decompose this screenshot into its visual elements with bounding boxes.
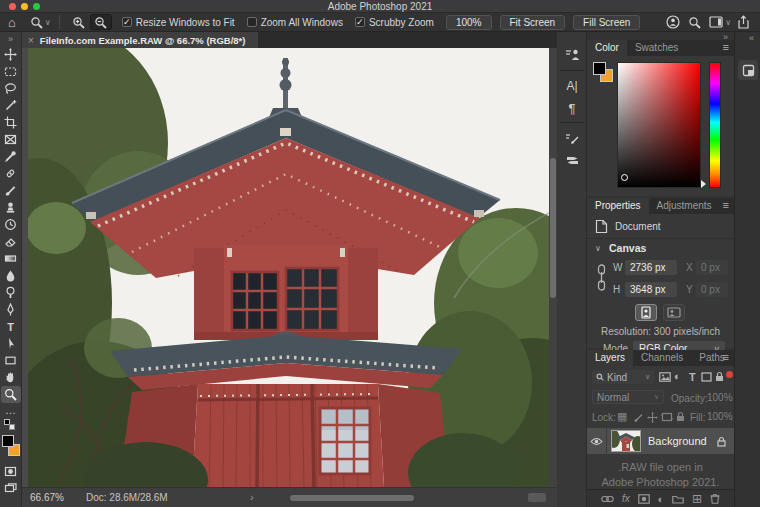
horizontal-scrollbar-thumb[interactable] — [290, 495, 414, 501]
filter-shape-layers-icon[interactable] — [701, 372, 712, 382]
eye-icon[interactable] — [590, 437, 603, 446]
tab-color[interactable]: Color — [587, 40, 627, 56]
y-field[interactable]: 0 px — [696, 282, 728, 297]
panel-menu-icon[interactable]: ≡ — [723, 351, 729, 363]
canvas-section-chevron[interactable]: ∨ — [595, 244, 601, 253]
foreground-background-colors[interactable] — [1, 435, 21, 459]
lock-pixels-icon[interactable] — [633, 412, 644, 423]
zoom-out-button[interactable] — [90, 14, 112, 30]
account-icon[interactable] — [666, 15, 680, 29]
dodge-tool[interactable] — [1, 284, 21, 301]
hand-tool[interactable] — [1, 369, 21, 386]
object-selection-tool[interactable] — [1, 97, 21, 114]
x-field[interactable]: 0 px — [696, 260, 728, 275]
zoom-all-windows-checkbox[interactable] — [247, 17, 257, 27]
height-field[interactable]: 3648 px — [625, 282, 677, 297]
tab-properties[interactable]: Properties — [587, 198, 649, 214]
zoom-tool[interactable] — [1, 386, 21, 403]
blend-mode-dropdown[interactable]: Normal ∨ — [592, 390, 664, 404]
libraries-collapsed-icon[interactable] — [738, 60, 758, 80]
foreground-color-swatch[interactable] — [593, 62, 606, 75]
pen-tool[interactable] — [1, 301, 21, 318]
move-tool[interactable] — [1, 46, 21, 63]
panel-menu-icon[interactable]: ≡ — [723, 199, 729, 211]
add-mask-icon[interactable] — [638, 494, 650, 504]
portrait-orientation-button[interactable] — [635, 304, 657, 321]
clone-stamp-tool[interactable] — [1, 199, 21, 216]
brush-settings-panel-icon[interactable] — [559, 128, 585, 148]
fill-screen-button[interactable]: Fill Screen — [573, 15, 640, 30]
path-selection-tool[interactable] — [1, 335, 21, 352]
hue-slider[interactable] — [709, 62, 721, 188]
canvas[interactable] — [22, 48, 557, 487]
character-panel-icon[interactable]: A| — [559, 76, 585, 96]
vertical-scrollbar[interactable] — [549, 48, 557, 487]
link-layers-icon[interactable] — [601, 495, 614, 503]
brushes-panel-icon[interactable] — [559, 150, 585, 170]
chevron-down-icon[interactable]: ∨ — [725, 18, 731, 27]
edit-toolbar-button[interactable]: … — [1, 403, 21, 417]
width-field[interactable]: 2736 px — [625, 260, 677, 275]
tab-layers[interactable]: Layers — [587, 350, 633, 366]
lock-transparency-icon[interactable]: ▦ — [617, 410, 627, 423]
expand-panels-icon[interactable]: « — [749, 33, 754, 43]
home-icon[interactable]: ⌂ — [8, 13, 16, 32]
eyedropper-tool[interactable] — [1, 148, 21, 165]
resize-windows-checkbox[interactable]: ✓ — [122, 17, 132, 27]
search-icon[interactable] — [688, 16, 701, 29]
screen-mode-button[interactable] — [1, 480, 21, 497]
default-colors-icon[interactable] — [4, 419, 18, 431]
lock-position-icon[interactable] — [647, 412, 658, 423]
gradient-tool[interactable] — [1, 250, 21, 267]
status-chevron-icon[interactable]: › — [250, 491, 254, 503]
delete-layer-icon[interactable] — [710, 493, 720, 504]
zoom-level-field[interactable]: 66.67% — [30, 492, 64, 503]
libraries-panel-icon[interactable] — [559, 44, 585, 64]
rectangle-tool[interactable] — [1, 352, 21, 369]
link-dimensions-icon[interactable] — [597, 264, 606, 292]
filter-adjustment-layers-icon[interactable]: ◐ — [674, 370, 681, 382]
color-saturation-field[interactable] — [617, 62, 701, 188]
fit-screen-button[interactable]: Fit Screen — [500, 15, 566, 30]
close-tab-icon[interactable]: × — [28, 35, 34, 46]
layer-visibility-cell[interactable] — [587, 428, 607, 454]
eraser-tool[interactable] — [1, 233, 21, 250]
workspace-switcher-icon[interactable] — [709, 16, 723, 28]
paragraph-panel-icon[interactable]: ¶ — [559, 98, 585, 118]
color-picker-cursor[interactable] — [621, 174, 628, 181]
new-adjustment-layer-icon[interactable]: ◐ — [658, 493, 665, 505]
vertical-scrollbar-thumb[interactable] — [550, 158, 556, 298]
type-tool[interactable]: T — [1, 318, 21, 335]
new-group-icon[interactable] — [672, 494, 684, 504]
blur-tool[interactable] — [1, 267, 21, 284]
layer-thumbnail[interactable] — [611, 430, 641, 452]
rectangular-marquee-tool[interactable] — [1, 63, 21, 80]
layer-row-background[interactable]: Background — [587, 428, 734, 454]
foreground-color-swatch[interactable] — [2, 435, 14, 447]
zoom-in-button[interactable] — [68, 14, 90, 30]
panel-menu-icon[interactable]: ≡ — [723, 41, 729, 53]
scrubby-zoom-checkbox[interactable]: ✓ — [355, 17, 365, 27]
lasso-tool[interactable] — [1, 80, 21, 97]
filter-type-layers-icon[interactable]: T — [689, 371, 696, 383]
new-layer-icon[interactable]: ⊞ — [692, 492, 702, 506]
lock-all-icon[interactable] — [676, 411, 685, 422]
layer-style-icon[interactable]: fx — [622, 493, 630, 504]
brush-tool[interactable] — [1, 182, 21, 199]
layer-name[interactable]: Background — [648, 435, 707, 447]
filter-pixel-layers-icon[interactable] — [659, 372, 671, 382]
filter-smart-objects-icon[interactable] — [715, 371, 724, 382]
crop-tool[interactable] — [1, 114, 21, 131]
zoom-tool-preset[interactable]: ∨ — [30, 16, 51, 29]
tab-channels[interactable]: Channels — [633, 350, 691, 366]
toolbar-collapse-icon[interactable]: » — [8, 32, 13, 46]
spot-healing-brush-tool[interactable] — [1, 165, 21, 182]
opacity-value[interactable]: 100% — [707, 391, 731, 404]
document-tab[interactable]: × FileInfo.com Example.RAW @ 66.7% (RGB/… — [22, 32, 258, 48]
lock-artboard-icon[interactable] — [661, 412, 673, 422]
zoom-100-button[interactable]: 100% — [446, 15, 492, 30]
frame-tool[interactable] — [1, 131, 21, 148]
layer-filter-dropdown[interactable]: Kind ∨ — [592, 370, 654, 384]
share-icon[interactable] — [737, 15, 750, 29]
landscape-orientation-button[interactable] — [663, 304, 685, 321]
